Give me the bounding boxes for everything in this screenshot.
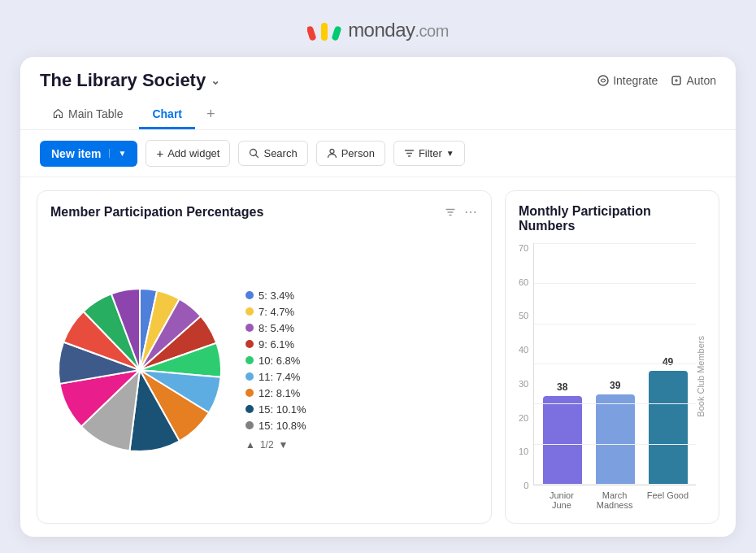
- pagination-down-icon[interactable]: ▼: [279, 439, 289, 451]
- bar-rect[interactable]: [596, 394, 635, 485]
- legend-label: 8: 5.4%: [259, 322, 294, 334]
- y-axis: 706050403020100: [519, 243, 533, 510]
- y-tick: 70: [519, 243, 528, 253]
- title-chevron-icon: ⌄: [211, 74, 220, 87]
- filter-button[interactable]: Filter ▼: [393, 141, 465, 166]
- pie-chart-svg-container: [50, 281, 229, 459]
- home-icon: [53, 108, 63, 119]
- y-tick: 20: [519, 413, 528, 423]
- tab-add-button[interactable]: +: [198, 99, 224, 129]
- bar-group: 49: [646, 243, 689, 485]
- monday-logo-icon: [307, 18, 343, 41]
- legend-dot: [245, 340, 254, 348]
- bar-value: 49: [663, 356, 673, 368]
- new-item-dropdown-icon[interactable]: ▼: [109, 149, 126, 158]
- legend-dot: [245, 291, 254, 299]
- bar-value: 39: [610, 380, 620, 391]
- svg-line-6: [256, 155, 259, 158]
- y-axis-label: Book Club Members: [696, 333, 706, 420]
- new-item-button[interactable]: New item ▼: [40, 141, 137, 167]
- bar-chart-inner: 706050403020100: [519, 243, 706, 510]
- pie-chart-legend: 5: 3.4% 7: 4.7% 8: 5.4% 9: 6.1% 10: 6.8%…: [245, 290, 478, 451]
- bar-chart-card: Monthly Participation Numbers 7060504030…: [505, 190, 719, 524]
- legend-dot: [245, 421, 254, 429]
- legend-label: 11: 7.4%: [259, 371, 300, 383]
- legend-label: 7: 4.7%: [259, 306, 294, 318]
- board-title[interactable]: The Library Society ⌄: [40, 70, 220, 91]
- search-icon: [249, 148, 259, 159]
- legend-item: 8: 5.4%: [245, 322, 478, 334]
- svg-rect-0: [307, 25, 317, 41]
- bar-rect[interactable]: [649, 371, 688, 485]
- bar-group: 38: [541, 243, 584, 485]
- legend-dot: [245, 307, 254, 316]
- integrate-icon: [597, 75, 609, 86]
- legend-item: 7: 4.7%: [245, 306, 478, 318]
- x-label: Feel Good: [646, 490, 689, 510]
- legend-item: 9: 6.1%: [245, 338, 478, 351]
- legend-pagination: ▲ 1/2 ▼: [245, 439, 478, 451]
- person-icon: [327, 148, 337, 159]
- main-window: The Library Society ⌄ Integrate: [20, 57, 736, 537]
- toolbar: New item ▼ + Add widget Search Person: [20, 130, 736, 177]
- y-tick: 40: [519, 345, 528, 355]
- person-button[interactable]: Person: [316, 141, 385, 166]
- bar-chart-area: 706050403020100: [519, 243, 706, 510]
- legend-dot: [245, 389, 254, 397]
- app-container: monday.com The Library Society ⌄ Inte: [0, 0, 756, 553]
- bar-rect[interactable]: [543, 396, 582, 485]
- search-button[interactable]: Search: [238, 141, 307, 166]
- legend-item: 10: 6.8%: [245, 355, 478, 367]
- filter-icon: [404, 148, 415, 159]
- pie-chart-header: Member Participation Percentages ⋯: [50, 204, 478, 220]
- pagination-up-icon[interactable]: ▲: [245, 439, 255, 451]
- legend-label: 15: 10.1%: [259, 403, 306, 416]
- legend-dot: [245, 356, 254, 364]
- tab-chart[interactable]: Chart: [139, 101, 195, 129]
- legend-label: 9: 6.1%: [259, 338, 294, 351]
- bar-group: 39: [593, 243, 637, 485]
- legend-item: 11: 7.4%: [245, 371, 478, 383]
- plus-icon: +: [156, 146, 163, 160]
- tabs-row: Main Table Chart +: [40, 99, 716, 129]
- x-label: March Madness: [593, 490, 637, 510]
- legend-dot: [245, 405, 254, 413]
- x-label: Junior June: [540, 490, 583, 510]
- pie-chart-svg: [50, 281, 229, 459]
- y-tick: 10: [519, 446, 528, 456]
- svg-rect-1: [321, 23, 328, 41]
- svg-point-7: [330, 150, 334, 154]
- filter-chevron-icon: ▼: [446, 149, 454, 158]
- automate-icon: [671, 75, 682, 86]
- bar-value: 38: [557, 381, 567, 393]
- legend-label: 10: 6.8%: [259, 355, 300, 367]
- logo-area: monday.com: [307, 16, 449, 42]
- legend-label: 15: 10.8%: [259, 420, 306, 432]
- bars-grid: 38 39 49: [533, 243, 696, 486]
- y-tick: 60: [519, 277, 528, 287]
- window-header: The Library Society ⌄ Integrate: [20, 57, 736, 130]
- pagination-text: 1/2: [260, 439, 274, 451]
- y-tick: 50: [519, 311, 528, 320]
- add-widget-button[interactable]: + Add widget: [146, 140, 230, 167]
- legend-dot: [245, 372, 254, 381]
- content-area: Member Participation Percentages ⋯: [20, 177, 736, 537]
- svg-point-3: [598, 76, 608, 85]
- legend-item: 15: 10.1%: [245, 403, 478, 416]
- pie-chart-more-icon[interactable]: ⋯: [464, 204, 478, 220]
- pie-chart-actions: ⋯: [445, 204, 478, 220]
- legend-item: 12: 8.1%: [245, 387, 478, 399]
- pie-chart-title: Member Participation Percentages: [50, 205, 263, 220]
- pie-chart-filter-icon[interactable]: [445, 207, 456, 218]
- automate-button[interactable]: Auton: [671, 74, 716, 87]
- legend-label: 5: 3.4%: [259, 290, 294, 302]
- title-row: The Library Society ⌄ Integrate: [40, 70, 716, 91]
- integrate-button[interactable]: Integrate: [597, 74, 658, 87]
- legend-dot: [245, 324, 254, 332]
- monday-logo-text: monday.com: [348, 16, 449, 42]
- tab-main-table[interactable]: Main Table: [40, 101, 136, 129]
- y-tick: 0: [524, 481, 528, 490]
- legend-item: 15: 10.8%: [245, 420, 478, 432]
- bar-chart-title: Monthly Participation Numbers: [519, 204, 706, 233]
- legend-label: 12: 8.1%: [259, 387, 300, 399]
